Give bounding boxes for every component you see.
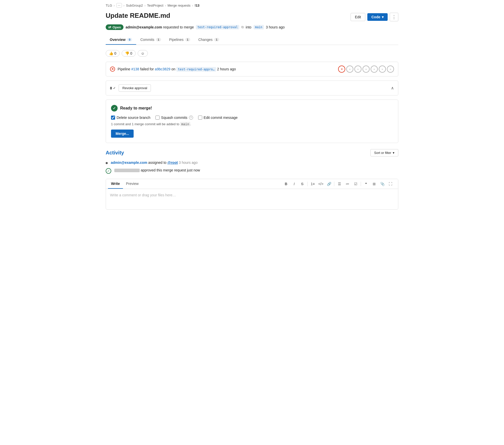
code-button[interactable]: Code ▾ xyxy=(367,13,388,21)
header-actions: Edit Code ▾ ⋮ xyxy=(351,13,398,21)
activity-check-icon: ✓ xyxy=(106,168,111,174)
pipeline-time: 2 hours ago xyxy=(217,67,236,71)
mr-title: Update README.md xyxy=(106,12,170,20)
revoke-approval-button[interactable]: Revoke approval xyxy=(119,84,151,92)
squash-help-icon[interactable]: ? xyxy=(189,116,193,120)
code-block-button[interactable]: </> xyxy=(317,180,324,187)
italic-button[interactable]: I xyxy=(291,180,298,187)
add-reaction[interactable]: ☺ xyxy=(138,50,148,57)
breadcrumb-tlg[interactable]: TLG xyxy=(106,4,112,7)
editor-tabs: Write Preview B I S 1≡ </> 🔗 ☰ ≔ ☑ ❝ ⊞ 📎… xyxy=(106,179,398,189)
fullscreen-button[interactable]: ⛶ xyxy=(387,180,394,187)
sort-chevron-icon: ▾ xyxy=(393,151,395,155)
merge-options: Delete source branch Squash commits ? Ed… xyxy=(111,116,393,120)
tab-pipelines[interactable]: Pipelines 1 xyxy=(165,35,194,45)
activity-list: admin@example.com assigned to @root 3 ho… xyxy=(106,161,398,174)
editor-placeholder: Write a comment or drag your files here… xyxy=(110,193,176,197)
pipeline-stage-6[interactable]: » xyxy=(387,66,394,73)
breadcrumb-merge-requests[interactable]: Merge requests xyxy=(168,4,191,7)
thumbsup-emoji: 👍 xyxy=(109,51,113,55)
editor-toolbar: B I S 1≡ </> 🔗 ☰ ≔ ☑ ❝ ⊞ 📎 ⛶ xyxy=(280,179,396,188)
activity-bullet-icon xyxy=(106,162,108,164)
merge-button[interactable]: Merge... xyxy=(111,130,134,138)
editor-tab-preview[interactable]: Preview xyxy=(123,179,142,189)
pipeline-alert-text: Pipeline #138 failed for a9bc3829 on tes… xyxy=(118,67,236,71)
activity-header: Activity Sort or filter ▾ xyxy=(106,149,398,156)
task-list-button[interactable]: ☑ xyxy=(352,180,359,187)
editor-tab-write[interactable]: Write xyxy=(108,179,123,189)
approvals-chevron-icon: ✓ xyxy=(113,86,116,90)
code-chevron-icon: ▾ xyxy=(382,15,384,19)
tab-overview[interactable]: Overview 0 xyxy=(106,35,136,45)
reactions-bar: 👍 0 👎 0 ☺ xyxy=(106,50,398,57)
pipeline-alert: ✕ Pipeline #138 failed for a9bc3829 on t… xyxy=(106,62,398,76)
commit-link[interactable]: a9bc3829 xyxy=(155,67,170,71)
target-branch-tag[interactable]: main xyxy=(254,25,264,29)
pipeline-error-icon: ✕ xyxy=(110,67,115,72)
breadcrumb-subgroup[interactable]: SubGroup2 xyxy=(126,4,143,7)
pipeline-stage-0[interactable]: ✕ xyxy=(338,66,345,73)
activity-title: Activity xyxy=(106,150,124,156)
approvals-section: 8 ✓ Revoke approval ∧ xyxy=(106,81,398,96)
more-button[interactable]: ⋮ xyxy=(390,13,398,21)
merge-info: 1 commit and 1 merge commit will be adde… xyxy=(111,122,393,126)
pipeline-stages: ✕ » » » » » » xyxy=(338,66,394,73)
tab-changes[interactable]: Changes 1 xyxy=(194,35,223,45)
numbered-list-button[interactable]: ≔ xyxy=(344,180,351,187)
open-label: Open xyxy=(113,25,121,29)
pipeline-branch-tag[interactable]: test-required-appro… xyxy=(176,67,216,72)
mr-author: admin@example.com requested to merge xyxy=(125,25,194,29)
copy-branch-icon[interactable]: ⧉ xyxy=(241,25,244,29)
code-label: Code xyxy=(371,15,380,19)
pipeline-stage-4[interactable]: » xyxy=(371,66,378,73)
breadcrumb-dots[interactable]: ··· xyxy=(116,3,122,8)
squash-commits-label[interactable]: Squash commits ? xyxy=(155,116,193,120)
approvals-count: 8 ✓ xyxy=(110,86,116,90)
tab-commits[interactable]: Commits 1 xyxy=(136,35,165,45)
thumbsdown-reaction[interactable]: 👎 0 xyxy=(122,50,136,57)
bold-button[interactable]: B xyxy=(282,180,290,187)
mr-time-ago: 3 hours ago xyxy=(266,25,285,29)
redacted-username xyxy=(114,169,140,172)
activity-mention[interactable]: @root xyxy=(167,161,178,165)
ordered-list-button[interactable]: 1≡ xyxy=(309,180,316,187)
attach-button[interactable]: 📎 xyxy=(379,180,386,187)
activity-item: admin@example.com assigned to @root 3 ho… xyxy=(106,161,398,165)
edit-commit-checkbox[interactable] xyxy=(198,116,202,120)
delete-source-label[interactable]: Delete source branch xyxy=(111,116,150,120)
thumbsup-reaction[interactable]: 👍 0 xyxy=(106,50,120,57)
activity-item: ✓ approved this merge request just now xyxy=(106,168,398,174)
approvals-collapse-icon[interactable]: ∧ xyxy=(391,86,394,90)
open-badge: ⇄ Open xyxy=(106,24,123,30)
sort-filter-button[interactable]: Sort or filter ▾ xyxy=(370,149,398,156)
smile-icon: ☺ xyxy=(141,51,145,55)
thumbsup-count: 0 xyxy=(114,51,116,55)
mr-status-line: ⇄ Open admin@example.com requested to me… xyxy=(106,24,398,30)
edit-commit-label[interactable]: Edit commit message xyxy=(198,116,238,120)
pipeline-link[interactable]: #138 xyxy=(131,67,139,71)
bullet-list-button[interactable]: ☰ xyxy=(336,180,343,187)
pipeline-stage-3[interactable]: » xyxy=(363,66,370,73)
pipeline-stage-5[interactable]: » xyxy=(379,66,386,73)
editor-body[interactable]: Write a comment or drag your files here… xyxy=(106,189,398,209)
link-button[interactable]: 🔗 xyxy=(325,180,333,187)
squash-commits-checkbox[interactable] xyxy=(155,116,160,120)
strikethrough-button[interactable]: S xyxy=(299,180,306,187)
pipeline-stage-1[interactable]: » xyxy=(346,66,353,73)
breadcrumb-project[interactable]: TestProject xyxy=(147,4,163,7)
merge-icon: ⇄ xyxy=(108,25,111,29)
source-branch-tag[interactable]: test-required-approval xyxy=(196,25,239,29)
thumbsdown-emoji: 👎 xyxy=(125,51,129,55)
table-button[interactable]: ⊞ xyxy=(371,180,378,187)
toolbar-divider-3 xyxy=(361,182,361,186)
ready-to-merge: ✓ Ready to merge! xyxy=(111,105,393,112)
pipeline-stage-2[interactable]: » xyxy=(354,66,361,73)
comment-editor: Write Preview B I S 1≡ </> 🔗 ☰ ≔ ☑ ❝ ⊞ 📎… xyxy=(106,179,398,210)
delete-source-checkbox[interactable] xyxy=(111,116,115,120)
mr-tabs: Overview 0 Commits 1 Pipelines 1 Changes… xyxy=(106,35,398,45)
edit-button[interactable]: Edit xyxy=(351,13,365,21)
quote-button[interactable]: ❝ xyxy=(363,180,370,187)
breadcrumb-current: !13 xyxy=(195,4,199,7)
toolbar-divider-2 xyxy=(334,182,334,186)
activity-author: admin@example.com xyxy=(111,161,147,165)
